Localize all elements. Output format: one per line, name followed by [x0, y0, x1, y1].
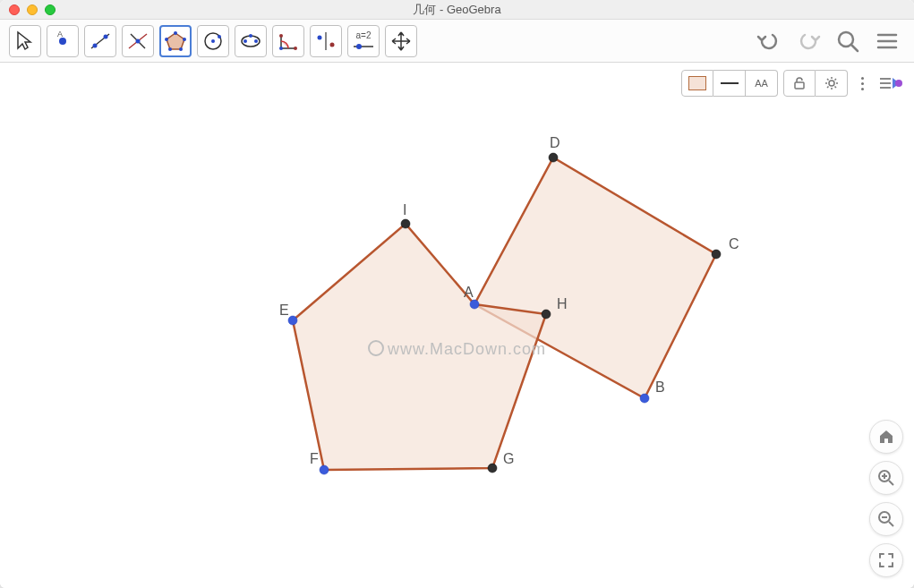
zoom-in-button[interactable] [869, 461, 903, 495]
canvas[interactable]: A B C D E F G H I www.MacDown.com [0, 63, 914, 588]
views-button[interactable] [876, 70, 905, 97]
svg-point-9 [174, 31, 177, 35]
svg-point-25 [318, 35, 322, 39]
svg-text:A: A [57, 30, 63, 38]
svg-point-53 [829, 81, 834, 86]
svg-point-4 [104, 34, 108, 38]
search-button[interactable] [830, 23, 866, 59]
svg-marker-8 [167, 33, 184, 49]
text-style-label: AA [755, 78, 768, 89]
svg-point-44 [320, 465, 329, 474]
slider-label: a=2 [356, 31, 372, 40]
svg-point-18 [243, 39, 247, 43]
perp-line-tool[interactable] [122, 25, 154, 57]
svg-point-10 [183, 38, 186, 41]
settings-button[interactable] [816, 70, 848, 97]
slider-tool[interactable]: a=2 [347, 25, 380, 57]
svg-text:E: E [279, 303, 289, 318]
gear-icon [824, 76, 839, 90]
svg-text:A: A [464, 285, 474, 300]
svg-text:G: G [503, 451, 514, 466]
more-button[interactable] [853, 70, 871, 97]
lock-open-icon [792, 76, 807, 90]
svg-point-58 [895, 80, 902, 87]
window-title: 几何 - GeoGebra [0, 2, 914, 18]
svg-point-26 [330, 42, 335, 47]
zoom-icon[interactable] [45, 4, 56, 15]
fill-swatch-icon [688, 76, 706, 90]
svg-point-16 [218, 35, 221, 38]
svg-point-3 [93, 43, 98, 47]
close-icon[interactable] [9, 4, 20, 15]
lock-button[interactable] [783, 70, 816, 97]
reflect-tool[interactable] [310, 25, 342, 57]
menu-button[interactable] [869, 23, 905, 59]
titlebar: 几何 - GeoGebra [0, 0, 914, 20]
svg-text:I: I [403, 202, 406, 217]
app-actions [751, 23, 905, 59]
zoom-out-icon [877, 510, 895, 528]
point-I[interactable]: I [401, 202, 410, 228]
style-bar: AA [681, 70, 905, 97]
point-D[interactable]: D [549, 135, 560, 162]
svg-point-23 [294, 47, 297, 50]
svg-point-19 [254, 39, 258, 43]
svg-point-20 [249, 34, 252, 38]
tool-group: A a=2 [9, 25, 417, 57]
svg-point-40 [549, 153, 558, 162]
svg-line-60 [889, 481, 893, 485]
undo-button[interactable] [751, 23, 787, 59]
line-style-button[interactable] [713, 70, 746, 97]
svg-point-0 [59, 38, 66, 45]
svg-point-13 [165, 38, 168, 41]
point-E[interactable]: E [279, 303, 297, 325]
svg-text:C: C [729, 236, 739, 251]
point-tool[interactable]: A [47, 25, 79, 57]
point-C[interactable]: C [712, 236, 739, 259]
fill-color-button[interactable] [681, 70, 713, 97]
fullscreen-icon [877, 551, 895, 569]
window-controls [0, 4, 56, 15]
svg-rect-52 [795, 82, 804, 89]
svg-point-22 [279, 34, 283, 38]
polygon-tool[interactable] [159, 25, 192, 57]
svg-point-15 [211, 39, 215, 43]
views-icon [878, 74, 903, 92]
svg-point-21 [279, 47, 283, 50]
svg-text:D: D [550, 135, 560, 150]
svg-text:H: H [557, 296, 568, 311]
kebab-icon [861, 77, 864, 90]
angle-tool[interactable] [272, 25, 304, 57]
svg-point-34 [470, 300, 479, 309]
line-swatch-icon [721, 82, 739, 84]
drawing-surface[interactable]: A B C D E F G H I [0, 63, 914, 588]
svg-point-46 [488, 464, 497, 473]
zoom-in-icon [877, 469, 895, 487]
minimize-icon[interactable] [27, 4, 38, 15]
text-style-button[interactable]: AA [746, 70, 778, 97]
home-button[interactable] [869, 420, 903, 454]
view-controls [869, 420, 903, 577]
svg-point-36 [640, 394, 649, 403]
svg-point-28 [356, 44, 362, 49]
svg-point-11 [179, 47, 183, 51]
home-icon [877, 428, 895, 446]
fullscreen-button[interactable] [869, 543, 903, 577]
zoom-out-button[interactable] [869, 502, 903, 536]
ellipse-tool[interactable] [235, 25, 267, 57]
move-tool[interactable] [9, 25, 41, 57]
line-tool[interactable] [84, 25, 116, 57]
app-window: 几何 - GeoGebra A [0, 0, 914, 588]
svg-point-48 [542, 310, 551, 319]
svg-line-64 [889, 522, 893, 526]
svg-point-38 [712, 250, 721, 259]
move-view-tool[interactable] [385, 25, 417, 57]
svg-point-7 [136, 38, 141, 43]
svg-point-42 [288, 316, 297, 325]
main-toolbar: A a=2 [0, 20, 914, 63]
redo-button[interactable] [790, 23, 826, 59]
svg-point-50 [401, 219, 410, 228]
svg-text:F: F [310, 451, 319, 466]
svg-point-12 [168, 47, 172, 51]
circle-center-tool[interactable] [197, 25, 229, 57]
